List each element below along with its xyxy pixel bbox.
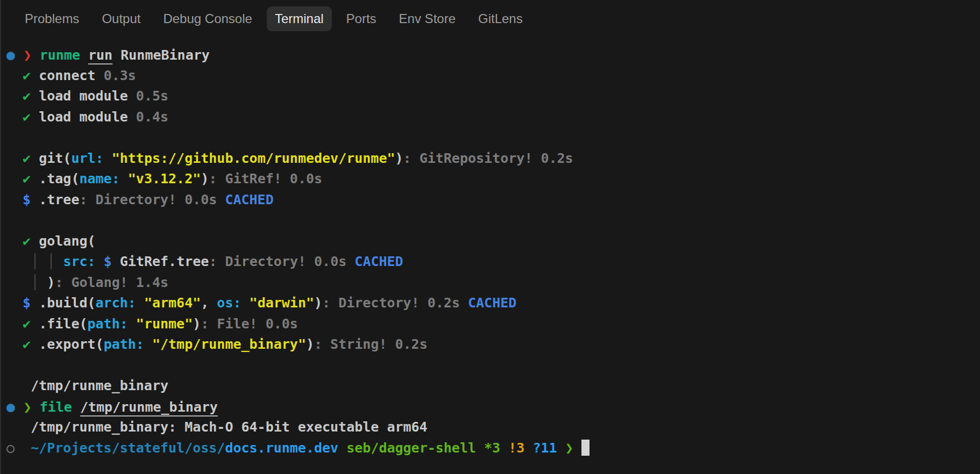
- result-type: : File! 0.0s: [201, 316, 298, 332]
- prompt-chevron-icon: ❯: [24, 45, 40, 66]
- text-segment: [6, 233, 23, 249]
- text-segment: [55, 254, 63, 269]
- tab-label: Output: [102, 11, 140, 26]
- text-segment: [39, 254, 47, 269]
- terminal-panel: ProblemsOutputDebug ConsoleTerminalPorts…: [0, 0, 980, 474]
- text-segment: .tag(: [39, 171, 79, 186]
- tab-ports[interactable]: Ports: [338, 6, 385, 31]
- string-value: "arm64": [144, 295, 201, 311]
- tree-guide-icon: │: [31, 275, 39, 290]
- terminal-line: ●❯runme run RunmeBinary: [6, 45, 980, 66]
- git-modified-count: *3: [484, 440, 500, 456]
- text-segment: connect: [39, 68, 103, 83]
- cwd-basename: docs.runme.dev: [225, 440, 338, 456]
- git-unstaged-count: !3: [508, 440, 524, 456]
- param-name: path:: [104, 336, 144, 352]
- text-segment: [136, 295, 144, 311]
- check-icon: ✔: [23, 231, 39, 252]
- text-segment: [112, 254, 120, 269]
- text-segment: ): [47, 275, 55, 290]
- string-value: "darwin": [250, 295, 314, 311]
- command-argument: RunmeBinary: [112, 47, 210, 63]
- text-segment: [39, 275, 47, 290]
- terminal-line: ✔.tag(name: "v3.12.2"): GitRef! 0.0s: [6, 169, 980, 190]
- text-segment: .export(: [39, 336, 103, 352]
- text-segment: [6, 275, 31, 290]
- text-segment: ): [395, 150, 403, 166]
- result-type: : Directory! 0.0s: [79, 192, 225, 207]
- text-segment: [6, 171, 23, 186]
- cwd-path: ~/Projects/stateful/oss/: [31, 440, 225, 456]
- git-branch: seb/dagger-shell: [346, 440, 476, 456]
- tab-terminal[interactable]: Terminal: [267, 6, 332, 31]
- tab-output[interactable]: Output: [94, 6, 148, 31]
- string-value: "v3.12.2": [128, 171, 201, 186]
- cached-badge: CACHED: [468, 295, 516, 311]
- text-segment: ,: [201, 295, 217, 311]
- check-icon: ✔: [23, 169, 39, 190]
- tab-label: Ports: [346, 11, 377, 26]
- cached-badge: CACHED: [225, 192, 273, 207]
- text-segment: [6, 88, 23, 104]
- text-segment: [573, 440, 581, 456]
- terminal-line: [6, 355, 980, 376]
- terminal-line: ✔connect 0.3s: [6, 66, 980, 87]
- prompt-chevron-icon: ❯: [565, 440, 573, 456]
- tab-debug-console[interactable]: Debug Console: [155, 6, 260, 31]
- text-segment: [242, 295, 250, 311]
- output-path: /tmp/runme_binary: [31, 378, 168, 393]
- text-segment: load module: [39, 88, 136, 104]
- terminal-cursor[interactable]: [581, 440, 590, 456]
- result-type: : String! 0.2s: [314, 336, 428, 352]
- check-icon: ✔: [23, 86, 39, 107]
- text-segment: [128, 316, 136, 332]
- check-icon: ✔: [23, 66, 39, 87]
- file-path-link[interactable]: /tmp/runme_binary: [80, 399, 218, 415]
- tree-guide-icon: │: [47, 254, 55, 269]
- terminal-line: ✔.export(path: "/tmp/runme_binary"): Str…: [6, 334, 980, 355]
- text-segment: ): [201, 171, 209, 186]
- tab-problems[interactable]: Problems: [17, 6, 87, 31]
- text-segment: [6, 316, 23, 332]
- text-segment: [72, 399, 80, 415]
- string-value: "/tmp/runme_binary": [152, 336, 306, 352]
- param-name: name:: [79, 171, 119, 186]
- param-name: src:: [63, 254, 95, 269]
- param-name: arch:: [96, 295, 136, 311]
- tab-label: GitLens: [478, 11, 523, 26]
- text-segment: GitRef.tree: [120, 254, 209, 269]
- tab-env-store[interactable]: Env Store: [391, 6, 464, 31]
- text-segment: [476, 440, 484, 456]
- text-segment: ): [306, 336, 314, 352]
- text-segment: [104, 150, 112, 166]
- result-type: : Directory! 0.0s: [209, 254, 354, 269]
- tab-label: Env Store: [399, 11, 456, 26]
- tab-gitlens[interactable]: GitLens: [470, 6, 531, 31]
- check-icon: ✔: [23, 107, 39, 128]
- param-name: path:: [88, 316, 128, 332]
- result-type: : GitRef! 0.0s: [209, 171, 322, 186]
- terminal-line: ✔load module 0.4s: [6, 107, 980, 128]
- run-subcommand-link[interactable]: run: [88, 47, 112, 63]
- duration: 0.3s: [104, 68, 136, 83]
- text-segment: ): [193, 316, 201, 332]
- terminal-line: /tmp/runme_binary: Mach-O 64-bit executa…: [6, 417, 980, 438]
- text-segment: .file(: [39, 316, 87, 332]
- command-name: file: [40, 399, 72, 415]
- check-icon: ✔: [23, 334, 39, 355]
- tab-label: Problems: [25, 11, 79, 26]
- text-segment: [80, 47, 88, 63]
- text-segment: ): [314, 295, 322, 311]
- string-value: "runme": [136, 316, 193, 332]
- terminal-line: ✔.file(path: "runme"): File! 0.0s: [6, 314, 980, 335]
- param-name: os:: [217, 295, 241, 311]
- text-segment: [6, 419, 31, 435]
- dollar-icon: $: [104, 254, 112, 269]
- terminal-line: $.tree: Directory! 0.0s CACHED: [6, 190, 980, 211]
- cached-badge: CACHED: [354, 254, 403, 269]
- param-name: url:: [71, 150, 103, 166]
- text-segment: git(: [39, 150, 71, 166]
- text-segment: [6, 150, 23, 166]
- terminal-output[interactable]: ●❯runme run RunmeBinary ✔connect 0.3s ✔l…: [1, 38, 980, 458]
- result-type: : Directory! 0.2s: [322, 295, 468, 311]
